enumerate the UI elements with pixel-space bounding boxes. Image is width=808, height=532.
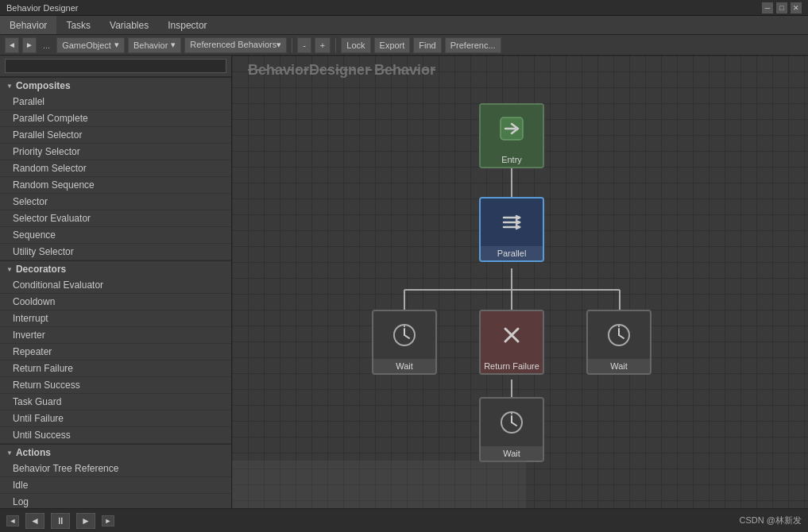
list-item-interrupt[interactable]: Interrupt: [0, 310, 231, 327]
title-bar-controls: ─ □ ✕: [762, 2, 802, 13]
list-item-inverter[interactable]: Inverter: [0, 327, 231, 344]
decorators-triangle: ▼: [6, 266, 13, 273]
actions-header: ▼ Actions: [0, 444, 231, 461]
decorators-label: Decorators: [16, 264, 66, 275]
toolbar-ellipsis: ...: [40, 40, 53, 50]
wait1-label: Wait: [373, 359, 435, 373]
watermark: CSDN @林新发: [740, 515, 802, 526]
toolbar: ◄ ► ... GameObject ▾ Behavior ▾ Referenc…: [0, 35, 808, 56]
play-back-btn[interactable]: ◄: [25, 513, 44, 529]
wait2-label: Wait: [588, 359, 650, 373]
wait2-icon: [588, 311, 650, 359]
node-wait1[interactable]: Wait: [372, 310, 437, 375]
list-item-behavior-tree-reference[interactable]: Behavior Tree Reference: [0, 461, 231, 477]
list-item-task-guard[interactable]: Task Guard: [0, 394, 231, 411]
plus-btn[interactable]: +: [315, 37, 331, 53]
decorators-header: ▼ Decorators: [0, 260, 231, 277]
list-item-selector[interactable]: Selector: [0, 194, 231, 210]
play-forward-btn[interactable]: ►: [76, 513, 95, 529]
list-item-random-selector[interactable]: Random Selector: [0, 160, 231, 177]
list-item-random-sequence[interactable]: Random Sequence: [0, 177, 231, 194]
title-bar: Behavior Designer ─ □ ✕: [0, 0, 808, 16]
minimize-btn[interactable]: ─: [762, 2, 773, 13]
menu-tab-variables[interactable]: Variables: [100, 16, 158, 34]
list-item-idle[interactable]: Idle: [0, 477, 231, 494]
wait3-label: Wait: [481, 446, 543, 461]
svg-line-31: [512, 422, 516, 426]
list-item-return-failure[interactable]: Return Failure: [0, 360, 231, 377]
parallel-icon: [481, 199, 543, 246]
toolbar-sep1: [292, 38, 292, 52]
list-item-conditional-evaluator[interactable]: Conditional Evaluator: [0, 277, 231, 294]
lock-btn[interactable]: Lock: [341, 37, 370, 53]
nav-back-btn[interactable]: ◄: [5, 37, 19, 53]
list-item-selector-evaluator[interactable]: Selector Evaluator: [0, 210, 231, 227]
panel-scroll[interactable]: ▼ Composites Parallel Parallel Complete …: [0, 77, 231, 508]
list-item-until-failure[interactable]: Until Failure: [0, 411, 231, 427]
scroll-right-btn[interactable]: ►: [102, 515, 114, 526]
node-return-failure[interactable]: Return Failure: [479, 310, 544, 375]
composites-triangle: ▼: [6, 83, 13, 90]
return-failure-icon: [481, 311, 543, 359]
list-item-until-success[interactable]: Until Success: [0, 427, 231, 444]
entry-label: Entry: [481, 152, 543, 167]
gameobject-dropdown[interactable]: GameObject ▾: [56, 37, 125, 53]
canvas-area[interactable]: BehaviorDesigner Behavior: [232, 56, 808, 508]
node-wait3[interactable]: Wait: [479, 397, 544, 462]
list-item-log[interactable]: Log: [0, 494, 231, 508]
search-input[interactable]: [5, 59, 226, 73]
list-item-parallel[interactable]: Parallel: [0, 94, 231, 110]
menu-tab-tasks[interactable]: Tasks: [56, 16, 100, 34]
nav-forward-btn[interactable]: ►: [22, 37, 37, 53]
node-parallel[interactable]: Parallel: [479, 197, 544, 262]
list-item-return-success[interactable]: Return Success: [0, 377, 231, 394]
actions-label: Actions: [16, 447, 51, 458]
svg-line-21: [404, 335, 409, 338]
list-item-utility-selector[interactable]: Utility Selector: [0, 244, 231, 260]
list-item-sequence[interactable]: Sequence: [0, 227, 231, 244]
list-item-priority-selector[interactable]: Priority Selector: [0, 144, 231, 160]
return-failure-label: Return Failure: [481, 359, 543, 373]
behavior-dropdown[interactable]: Behavior ▾: [128, 37, 181, 53]
actions-triangle: ▼: [6, 449, 13, 457]
referenced-behaviors-btn[interactable]: Referenced Behaviors▾: [184, 37, 287, 53]
node-wait2[interactable]: Wait: [586, 310, 651, 375]
search-bar: [0, 56, 231, 77]
parallel-label: Parallel: [481, 246, 543, 260]
list-item-repeater[interactable]: Repeater: [0, 344, 231, 360]
menu-tab-inspector[interactable]: Inspector: [158, 16, 216, 34]
export-btn[interactable]: Export: [374, 37, 411, 53]
pause-btn[interactable]: ⏸: [51, 513, 70, 529]
close-btn[interactable]: ✕: [791, 2, 802, 13]
canvas-title: BehaviorDesigner Behavior: [248, 62, 435, 79]
list-item-parallel-selector[interactable]: Parallel Selector: [0, 127, 231, 144]
wait1-icon: [373, 311, 435, 359]
composites-header: ▼ Composites: [0, 77, 231, 94]
bottom-bar: ◄ ◄ ⏸ ► ► CSDN @林新发: [0, 508, 808, 532]
menu-bar: Behavior Tasks Variables Inspector: [0, 16, 808, 35]
preferences-btn[interactable]: Preferenc...: [445, 37, 501, 53]
left-panel: ▼ Composites Parallel Parallel Complete …: [0, 56, 232, 508]
entry-icon: [481, 105, 543, 152]
find-btn[interactable]: Find: [413, 37, 441, 53]
scroll-left-btn[interactable]: ◄: [6, 515, 19, 526]
composites-label: Composites: [16, 80, 71, 91]
menu-tab-behavior[interactable]: Behavior: [0, 16, 56, 34]
node-entry[interactable]: Entry: [479, 103, 544, 168]
behavior-label: Behavior: [133, 40, 168, 50]
gameobject-label: GameObject: [62, 40, 111, 50]
minus-btn[interactable]: -: [297, 37, 311, 53]
toolbar-sep2: [335, 38, 336, 52]
behavior-arrow: ▾: [171, 40, 176, 50]
list-item-parallel-complete[interactable]: Parallel Complete: [0, 110, 231, 127]
gameobject-arrow: ▾: [114, 40, 119, 50]
main-layout: ▼ Composites Parallel Parallel Complete …: [0, 56, 808, 508]
canvas-overlay-panel: [232, 461, 526, 508]
svg-line-27: [619, 335, 624, 338]
list-item-cooldown[interactable]: Cooldown: [0, 294, 231, 310]
wait3-icon: [481, 399, 543, 446]
app-title: Behavior Designer: [6, 3, 762, 13]
maximize-btn[interactable]: □: [776, 2, 787, 13]
